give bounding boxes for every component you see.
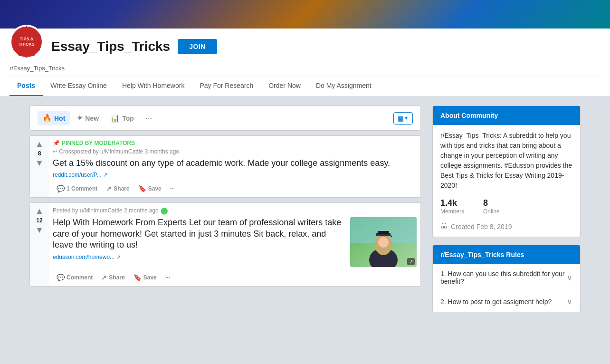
post-card-pinned: ▲ 8 ▼ 📌 PINNED BY MODERATORS ↩ Crosspost… — [29, 135, 421, 198]
online-dot-icon: ⬤ — [161, 207, 168, 214]
about-community-card: About Community r/Essay_Tips_Tricks: A s… — [432, 105, 581, 237]
top-icon: 📊 — [110, 114, 120, 123]
post-with-image: Help With Homework From Experts Let our … — [53, 217, 417, 267]
crosspost-arrow-icon: ↩ — [53, 148, 57, 155]
external-link-icon-2: ↗ — [116, 254, 121, 260]
post-text-area-2: Help With Homework From Experts Let our … — [53, 217, 344, 260]
rule-item-2[interactable]: 2. How to post to get assigment help? ∨ — [433, 291, 580, 312]
svg-point-8 — [378, 237, 389, 248]
save-icon-2: 🔖 — [133, 274, 142, 281]
more-button-1[interactable]: ··· — [166, 182, 179, 195]
logo-text-line2: TRICKS — [19, 42, 35, 47]
more-icon-2: ··· — [165, 274, 170, 281]
community-stats-row: 1.4k Members 8 Online — [440, 198, 572, 215]
crosspost-text: Crossposted by u/MinimumCattle 3 months … — [59, 148, 179, 155]
subreddit-header: TIPS & TRICKS Essay_Tips_Tricks JOIN r/E… — [0, 29, 610, 96]
upvote-button-1[interactable]: ▲ — [35, 140, 44, 148]
post-link-1[interactable]: reddit.com/user/P... ↗ — [53, 172, 417, 178]
rules-card: r/Essay_Tips_Tricks Rules 1. How can you… — [432, 245, 581, 312]
subreddit-header-top: TIPS & TRICKS Essay_Tips_Tricks JOIN — [10, 34, 600, 64]
post-title-1[interactable]: Get a 15% discount on any type of academ… — [53, 158, 417, 169]
comment-icon-1: 💬 — [57, 185, 65, 192]
post-content-2: Posted by u/MinimumCattle 2 months ago ⬤… — [49, 203, 420, 286]
sort-more-button[interactable]: ··· — [142, 111, 156, 125]
vote-column-2: ▲ 12 ▼ — [30, 203, 49, 286]
logo-text-line1: TIPS & — [19, 37, 33, 42]
downvote-button-1[interactable]: ▼ — [35, 159, 44, 167]
downvote-button-2[interactable]: ▼ — [35, 226, 44, 234]
hot-icon: 🔥 — [42, 114, 52, 123]
sidebar: About Community r/Essay_Tips_Tricks: A s… — [432, 105, 581, 320]
share-icon-2: ↗ — [101, 274, 107, 281]
save-button-1[interactable]: 🔖 Save — [134, 182, 165, 195]
subreddit-name: Essay_Tips_Tricks — [51, 39, 170, 54]
post-title-2[interactable]: Help With Homework From Experts Let our … — [53, 217, 344, 250]
rule-label-1: 1. How can you use this subreddit for yo… — [440, 270, 567, 285]
comment-button-1[interactable]: 💬 1 Comment — [53, 182, 101, 195]
rule-label-2: 2. How to post to get assigment help? — [440, 298, 552, 306]
svg-rect-6 — [378, 231, 389, 234]
share-icon-1: ↗ — [106, 185, 112, 192]
post-card-2: ▲ 12 ▼ Posted by u/MinimumCattle 2 month… — [29, 202, 421, 287]
tab-assignment[interactable]: Do My Assignment — [308, 76, 379, 96]
main-layout: 🔥 Hot ✦ New 📊 Top ··· ▦ ▼ ▲ — [20, 105, 590, 320]
view-toggle-button[interactable]: ▦ ▼ — [393, 112, 413, 125]
thumbnail-svg — [350, 217, 417, 267]
created-label: Created Feb 8, 2019 — [451, 223, 512, 230]
crosspost-label: ↩ Crossposted by u/MinimumCattle 3 month… — [53, 148, 417, 155]
vote-count-2: 12 — [36, 217, 42, 224]
share-label-1: Share — [114, 185, 129, 192]
sort-hot-label: Hot — [54, 115, 65, 122]
post-link-text-2: edusson.com/homewo... — [53, 254, 114, 260]
tab-order-now[interactable]: Order Now — [261, 76, 308, 96]
rule-item-1[interactable]: 1. How can you use this subreddit for yo… — [433, 264, 580, 291]
share-button-1[interactable]: ↗ Share — [102, 182, 133, 195]
comment-button-2[interactable]: 💬 Comment — [53, 271, 96, 284]
upvote-button-2[interactable]: ▲ — [35, 207, 44, 215]
sort-new-button[interactable]: ✦ New — [72, 111, 104, 125]
view-toggle: ▦ ▼ — [393, 112, 413, 125]
more-button-2[interactable]: ··· — [162, 271, 174, 284]
rules-header: r/Essay_Tips_Tricks Rules — [433, 245, 580, 264]
sort-top-button[interactable]: 📊 Top — [105, 111, 139, 125]
comment-icon-2: 💬 — [57, 274, 65, 281]
online-count: 8 — [483, 198, 500, 208]
thumbnail-link-icon: ↗ — [407, 258, 415, 265]
join-button[interactable]: JOIN — [178, 39, 217, 54]
save-label-1: Save — [148, 185, 162, 192]
comment-label-2: Comment — [67, 274, 93, 281]
comment-label-1: 1 Comment — [67, 185, 97, 192]
members-count: 1.4k — [440, 198, 464, 208]
external-link-icon-1: ↗ — [103, 172, 108, 178]
about-community-description: r/Essay_Tips_Tricks: A subreddit to help… — [440, 131, 572, 191]
tab-pay-research[interactable]: Pay For Research — [192, 76, 261, 96]
pin-icon: 📌 — [53, 140, 60, 146]
post-thumbnail-2[interactable]: ↗ — [350, 217, 417, 267]
vote-count-1: 8 — [38, 150, 41, 157]
online-label: Online — [483, 208, 500, 215]
more-icon-1: ··· — [170, 185, 175, 192]
about-community-body: r/Essay_Tips_Tricks: A subreddit to help… — [433, 125, 580, 237]
created-icon: 🏛 — [440, 222, 448, 231]
save-label-2: Save — [143, 274, 157, 281]
save-icon-1: 🔖 — [138, 185, 146, 192]
tab-homework[interactable]: Help With Homework — [114, 76, 192, 96]
post-actions-1: 💬 1 Comment ↗ Share 🔖 Save ··· — [53, 182, 417, 195]
post-content-1: 📌 PINNED BY MODERATORS ↩ Crossposted by … — [49, 136, 420, 197]
vote-column-1: ▲ 8 ▼ — [30, 136, 49, 197]
save-button-2[interactable]: 🔖 Save — [130, 271, 161, 284]
sort-hot-button[interactable]: 🔥 Hot — [38, 111, 70, 125]
view-icon: ▦ — [398, 115, 404, 122]
pinned-label: 📌 PINNED BY MODERATORS — [53, 140, 417, 146]
members-label: Members — [440, 208, 464, 215]
share-button-2[interactable]: ↗ Share — [97, 271, 128, 284]
tab-write-essay[interactable]: Write Essay Online — [43, 76, 114, 96]
sort-bar: 🔥 Hot ✦ New 📊 Top ··· ▦ ▼ — [29, 105, 421, 131]
pinned-text: PINNED BY MODERATORS — [62, 140, 135, 146]
chevron-down-icon-1: ∨ — [567, 273, 572, 282]
chevron-down-icon-2: ∨ — [567, 297, 572, 306]
tab-posts[interactable]: Posts — [10, 76, 43, 96]
view-chevron: ▼ — [404, 115, 409, 121]
post-link-2[interactable]: edusson.com/homewo... ↗ — [53, 254, 344, 260]
subreddit-title-area: Essay_Tips_Tricks JOIN — [51, 39, 217, 54]
